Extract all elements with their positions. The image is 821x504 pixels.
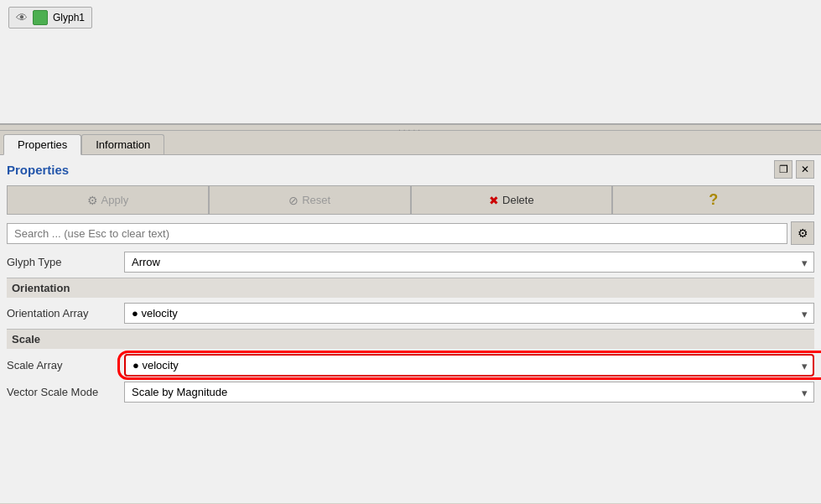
glyph-type-label: Glyph Type bbox=[7, 256, 124, 268]
bottom-panel: Properties Information Properties ❐ ✕ ⚙ … bbox=[0, 131, 821, 504]
glyph-box-icon bbox=[33, 10, 48, 25]
glyph-type-row: Glyph Type Arrow Box Cone Cylinder Spher… bbox=[7, 252, 814, 273]
orientation-section-header: Orientation bbox=[7, 278, 814, 298]
tab-bar: Properties Information bbox=[0, 131, 821, 155]
search-row: ⚙ bbox=[7, 221, 814, 245]
properties-content: Properties ❐ ✕ ⚙ Apply ⊘ Reset ✖ Delete … bbox=[0, 155, 821, 503]
tab-information[interactable]: Information bbox=[81, 134, 164, 154]
scale-array-select[interactable]: ● velocity bbox=[124, 354, 814, 377]
vector-scale-mode-select[interactable]: Scale by Magnitude Scale by Components N… bbox=[124, 382, 814, 403]
vector-scale-mode-row: Vector Scale Mode Scale by Magnitude Sca… bbox=[7, 382, 814, 403]
help-button[interactable]: ? bbox=[612, 185, 814, 215]
canvas-area: 👁 Glyph1 bbox=[0, 0, 821, 124]
help-icon: ? bbox=[709, 191, 718, 209]
expand-icon-btn[interactable]: ❐ bbox=[774, 160, 792, 179]
orientation-array-label: Orientation Array bbox=[7, 307, 124, 320]
vector-scale-mode-label: Vector Scale Mode bbox=[7, 386, 124, 398]
delete-icon: ✖ bbox=[489, 194, 499, 207]
properties-header: Properties ❐ ✕ bbox=[7, 160, 814, 179]
orientation-array-select[interactable]: ● velocity bbox=[124, 303, 814, 324]
close-icon-btn[interactable]: ✕ bbox=[796, 160, 814, 179]
apply-button[interactable]: ⚙ Apply bbox=[7, 185, 209, 215]
glyph-type-select[interactable]: Arrow Box Cone Cylinder Sphere 2D Glyph bbox=[124, 252, 814, 273]
glyph-node[interactable]: 👁 Glyph1 bbox=[8, 7, 92, 29]
apply-label: Apply bbox=[101, 194, 129, 206]
orientation-array-row: Orientation Array ● velocity bbox=[7, 303, 814, 324]
apply-icon: ⚙ bbox=[87, 194, 98, 207]
header-icons: ❐ ✕ bbox=[774, 160, 814, 179]
reset-button[interactable]: ⊘ Reset bbox=[209, 185, 411, 215]
glyph-node-label: Glyph1 bbox=[53, 12, 85, 23]
properties-title: Properties bbox=[7, 163, 69, 177]
delete-label: Delete bbox=[502, 194, 534, 206]
scale-array-select-wrapper: ● velocity bbox=[124, 354, 814, 377]
orientation-array-select-wrapper: ● velocity bbox=[124, 303, 814, 324]
action-buttons: ⚙ Apply ⊘ Reset ✖ Delete ? bbox=[7, 185, 814, 215]
reset-label: Reset bbox=[302, 194, 330, 206]
scale-section-header: Scale bbox=[7, 329, 814, 349]
search-settings-button[interactable]: ⚙ bbox=[791, 221, 814, 245]
reset-icon: ⊘ bbox=[288, 194, 299, 207]
vector-scale-mode-select-wrapper: Scale by Magnitude Scale by Components N… bbox=[124, 382, 814, 403]
delete-button[interactable]: ✖ Delete bbox=[411, 185, 613, 215]
resize-dots: ..... bbox=[398, 123, 423, 132]
eye-icon: 👁 bbox=[16, 11, 28, 24]
search-input[interactable] bbox=[7, 223, 787, 244]
scale-array-row: Scale Array ● velocity bbox=[7, 354, 814, 377]
scale-array-label: Scale Array bbox=[7, 359, 124, 372]
tab-properties[interactable]: Properties bbox=[3, 134, 81, 155]
resize-handle[interactable]: ..... bbox=[0, 124, 821, 131]
glyph-type-select-wrapper: Arrow Box Cone Cylinder Sphere 2D Glyph bbox=[124, 252, 814, 273]
